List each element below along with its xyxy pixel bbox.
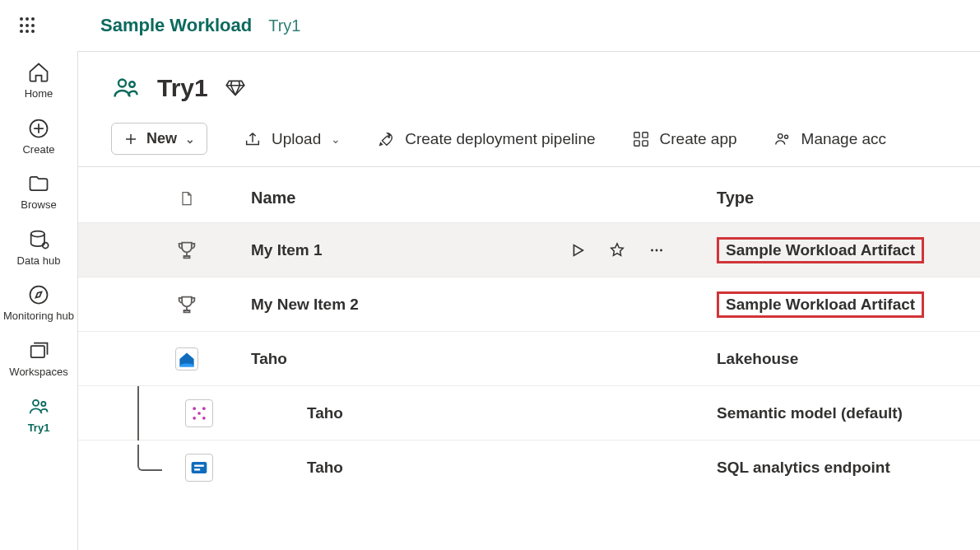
nav-create-label: Create <box>22 143 54 156</box>
upload-label: Upload <box>272 130 321 148</box>
plus-icon <box>123 132 138 147</box>
chevron-down-icon: ⌄ <box>185 133 195 146</box>
svg-point-17 <box>660 249 662 251</box>
create-app-button[interactable]: Create app <box>632 130 737 148</box>
create-pipeline-button[interactable]: Create deployment pipeline <box>377 130 595 148</box>
more-icon[interactable] <box>648 241 666 259</box>
nav-browse-label: Browse <box>21 198 56 212</box>
table-row[interactable]: Taho Semantic model (default) <box>78 385 980 440</box>
rocket-icon <box>377 130 395 148</box>
manage-label: Manage acc <box>801 130 887 148</box>
create-app-label: Create app <box>660 130 737 148</box>
table-row[interactable]: My Item 1 Sample Workload Artifact <box>78 222 980 277</box>
svg-point-14 <box>784 135 787 138</box>
table-row[interactable]: Taho Lakehouse <box>78 331 980 385</box>
column-header-type[interactable]: Type <box>717 189 980 207</box>
breadcrumb-current[interactable]: Try1 <box>268 16 300 35</box>
people-outline-icon <box>773 130 792 148</box>
pipeline-label: Create deployment pipeline <box>405 130 595 148</box>
workspace-header: Try1 <box>78 52 980 116</box>
sql-endpoint-icon <box>185 454 213 482</box>
item-name[interactable]: Taho <box>251 459 569 477</box>
upload-icon <box>244 130 262 148</box>
nav-current-label: Try1 <box>28 422 50 435</box>
nav-datahub-label: Data hub <box>17 254 61 268</box>
svg-rect-9 <box>634 132 639 137</box>
compass-icon <box>27 283 50 306</box>
new-button[interactable]: New ⌄ <box>111 123 207 155</box>
nav-create[interactable]: Create <box>22 117 54 156</box>
svg-point-19 <box>202 407 206 410</box>
svg-point-22 <box>197 412 201 415</box>
item-name[interactable]: My New Item 2 <box>251 296 569 314</box>
svg-rect-23 <box>192 462 207 473</box>
nav-browse[interactable]: Browse <box>21 172 56 212</box>
svg-point-18 <box>193 407 196 410</box>
nav-current-workspace[interactable]: Try1 <box>27 395 50 435</box>
plus-circle-icon <box>27 117 50 140</box>
people-icon <box>111 73 141 103</box>
top-header: Sample Workload Try1 <box>0 0 980 51</box>
toolbar: New ⌄ Upload ⌄ Create deployment pipelin… <box>78 116 980 167</box>
play-icon[interactable] <box>569 241 587 259</box>
app-launcher-icon[interactable] <box>20 17 36 34</box>
nav-home[interactable]: Home <box>25 61 53 100</box>
svg-point-5 <box>33 399 39 405</box>
svg-point-8 <box>129 82 135 87</box>
item-type: Semantic model (default) <box>717 404 980 422</box>
upload-button[interactable]: Upload ⌄ <box>244 130 341 148</box>
svg-point-15 <box>651 249 653 251</box>
semantic-model-icon <box>185 399 213 427</box>
people-icon <box>27 395 50 418</box>
diamond-icon[interactable] <box>225 77 246 99</box>
manage-access-button[interactable]: Manage acc <box>773 130 887 148</box>
svg-point-20 <box>193 416 196 419</box>
left-nav: Home Create Browse Data hub Monitoring h… <box>0 51 77 550</box>
star-icon[interactable] <box>608 241 626 259</box>
svg-point-21 <box>202 416 206 419</box>
item-type: Sample Workload Artifact <box>717 291 924 318</box>
file-icon <box>179 190 195 207</box>
lakehouse-icon <box>175 347 198 371</box>
items-table: Name Type My Item 1 Sample Workload Arti… <box>78 167 980 494</box>
item-type: Sample Workload Artifact <box>717 237 924 263</box>
svg-point-16 <box>656 249 658 251</box>
svg-rect-24 <box>194 464 204 466</box>
app-icon <box>632 130 650 148</box>
table-row[interactable]: My New Item 2 Sample Workload Artifact <box>78 277 980 331</box>
nav-monitoring-label: Monitoring hub <box>3 310 74 323</box>
svg-point-1 <box>31 231 44 236</box>
item-name[interactable]: Taho <box>251 404 569 422</box>
item-type: Lakehouse <box>717 350 980 368</box>
nav-home-label: Home <box>25 87 53 100</box>
chevron-down-icon: ⌄ <box>331 133 341 146</box>
folder-icon <box>27 172 50 195</box>
svg-rect-4 <box>31 346 44 357</box>
trophy-icon <box>175 293 198 316</box>
svg-rect-25 <box>194 468 200 470</box>
main-content: Try1 New ⌄ Upload ⌄ Create deployment pi… <box>77 51 980 550</box>
nav-datahub[interactable]: Data hub <box>17 228 61 268</box>
table-row[interactable]: Taho SQL analytics endpoint <box>78 440 980 494</box>
svg-point-3 <box>30 287 48 304</box>
table-header-row: Name Type <box>78 167 980 222</box>
nav-workspaces[interactable]: Workspaces <box>9 339 67 379</box>
svg-point-7 <box>118 80 126 87</box>
new-button-label: New <box>146 130 177 147</box>
database-icon <box>27 228 50 251</box>
nav-monitoring[interactable]: Monitoring hub <box>3 283 74 323</box>
svg-rect-10 <box>642 132 647 137</box>
item-type: SQL analytics endpoint <box>717 459 980 477</box>
workspaces-icon <box>27 339 50 362</box>
breadcrumb-root[interactable]: Sample Workload <box>100 15 252 36</box>
workspace-title: Try1 <box>157 74 208 102</box>
nav-workspaces-label: Workspaces <box>9 366 67 379</box>
svg-point-6 <box>41 401 45 405</box>
svg-point-13 <box>778 133 783 138</box>
column-header-name[interactable]: Name <box>251 189 569 207</box>
trophy-icon <box>175 239 198 262</box>
item-name[interactable]: Taho <box>251 350 569 368</box>
svg-rect-11 <box>634 140 639 145</box>
item-name[interactable]: My Item 1 <box>251 241 569 259</box>
home-icon <box>27 61 50 84</box>
